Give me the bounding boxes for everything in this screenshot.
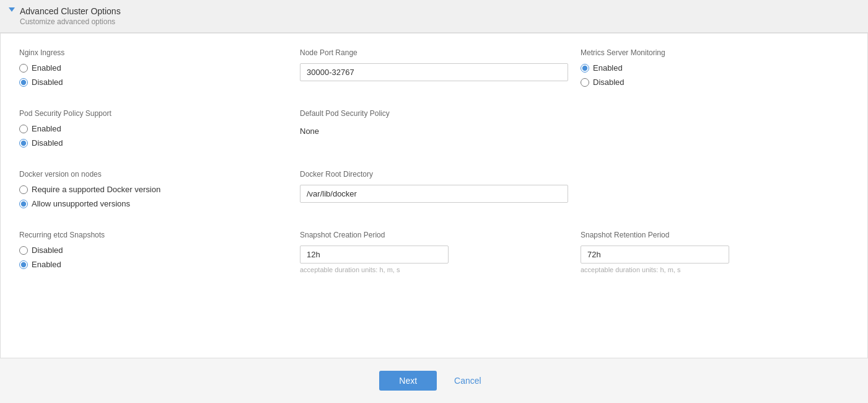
pod-security-policy-group: Pod Security Policy Support Enabled Disa… [19, 109, 287, 153]
metrics-server-label: Metrics Server Monitoring [581, 48, 849, 57]
panel-header: Advanced Cluster Options Customize advan… [0, 0, 868, 33]
metrics-server-disabled-label: Disabled [593, 78, 625, 87]
row2-empty [581, 109, 849, 153]
metrics-server-enabled-option[interactable]: Enabled [581, 63, 849, 73]
etcd-disabled-radio[interactable] [19, 246, 28, 255]
metrics-server-disabled-radio[interactable] [581, 78, 589, 87]
row-2: Pod Security Policy Support Enabled Disa… [19, 109, 849, 153]
pod-security-disabled-label: Disabled [32, 138, 63, 148]
etcd-disabled-option[interactable]: Disabled [19, 246, 287, 255]
nginx-ingress-disabled-label: Disabled [32, 78, 63, 87]
docker-allow-option[interactable]: Allow unsupported versions [19, 199, 287, 208]
nginx-ingress-disabled-radio[interactable] [19, 78, 28, 87]
docker-version-label: Docker version on nodes [19, 170, 287, 179]
docker-root-input[interactable] [300, 185, 568, 203]
snapshot-creation-group: Snapshot Creation Period acceptable dura… [300, 231, 568, 274]
nginx-ingress-enabled-radio[interactable] [19, 64, 28, 73]
default-pod-security-label: Default Pod Security Policy [300, 109, 568, 118]
docker-root-group: Docker Root Directory [300, 170, 568, 213]
metrics-server-group: Metrics Server Monitoring Enabled Disabl… [581, 48, 849, 92]
docker-require-radio[interactable] [19, 185, 28, 194]
snapshot-creation-input[interactable] [300, 246, 449, 264]
panel-title: Advanced Cluster Options [20, 6, 121, 16]
docker-allow-radio[interactable] [19, 200, 28, 208]
pod-security-enabled-option[interactable]: Enabled [19, 124, 287, 133]
metrics-server-enabled-radio[interactable] [581, 64, 589, 73]
footer: Next Cancel [0, 358, 868, 403]
etcd-enabled-radio[interactable] [19, 260, 28, 269]
nginx-ingress-group: Nginx Ingress Enabled Disabled [19, 48, 287, 92]
snapshot-creation-label: Snapshot Creation Period [300, 231, 568, 239]
nginx-ingress-label: Nginx Ingress [19, 48, 287, 57]
panel-body: Nginx Ingress Enabled Disabled Node Port… [0, 33, 868, 358]
cancel-button[interactable]: Cancel [447, 371, 489, 391]
snapshot-retention-hint: acceptable duration units: h, m, s [581, 266, 849, 273]
chevron-down-icon [9, 7, 15, 12]
pod-security-policy-label: Pod Security Policy Support [19, 109, 287, 118]
snapshot-creation-hint: acceptable duration units: h, m, s [300, 266, 568, 273]
etcd-disabled-label: Disabled [32, 246, 63, 255]
row-1: Nginx Ingress Enabled Disabled Node Port… [19, 48, 849, 92]
snapshot-retention-label: Snapshot Retention Period [581, 231, 849, 239]
recurring-etcd-label: Recurring etcd Snapshots [19, 231, 287, 239]
docker-allow-label: Allow unsupported versions [32, 199, 130, 208]
docker-root-label: Docker Root Directory [300, 170, 568, 179]
snapshot-retention-input[interactable] [581, 246, 729, 264]
docker-require-label: Require a supported Docker version [32, 185, 160, 194]
pod-security-disabled-option[interactable]: Disabled [19, 138, 287, 148]
panel-subtitle: Customize advanced options [20, 17, 121, 26]
snapshot-retention-group: Snapshot Retention Period acceptable dur… [581, 231, 849, 274]
default-pod-security-value: None [300, 126, 568, 136]
next-button[interactable]: Next [379, 371, 437, 391]
node-port-range-group: Node Port Range [300, 48, 568, 92]
nginx-ingress-disabled-option[interactable]: Disabled [19, 78, 287, 87]
etcd-enabled-option[interactable]: Enabled [19, 260, 287, 269]
recurring-etcd-group: Recurring etcd Snapshots Disabled Enable… [19, 231, 287, 274]
node-port-range-label: Node Port Range [300, 48, 568, 57]
row3-empty [581, 170, 849, 213]
metrics-server-enabled-label: Enabled [593, 63, 623, 73]
pod-security-enabled-radio[interactable] [19, 125, 28, 133]
row-3: Docker version on nodes Require a suppor… [19, 170, 849, 213]
docker-require-option[interactable]: Require a supported Docker version [19, 185, 287, 194]
metrics-server-disabled-option[interactable]: Disabled [581, 78, 849, 87]
page-wrapper: Advanced Cluster Options Customize advan… [0, 0, 868, 403]
nginx-ingress-enabled-label: Enabled [32, 63, 61, 73]
panel-header-text: Advanced Cluster Options Customize advan… [20, 6, 121, 26]
default-pod-security-group: Default Pod Security Policy None [300, 109, 568, 153]
docker-version-group: Docker version on nodes Require a suppor… [19, 170, 287, 213]
row-4: Recurring etcd Snapshots Disabled Enable… [19, 231, 849, 274]
pod-security-enabled-label: Enabled [32, 124, 61, 133]
nginx-ingress-enabled-option[interactable]: Enabled [19, 63, 287, 73]
pod-security-disabled-radio[interactable] [19, 139, 28, 148]
etcd-enabled-label: Enabled [32, 260, 61, 269]
node-port-range-input[interactable] [300, 63, 568, 81]
